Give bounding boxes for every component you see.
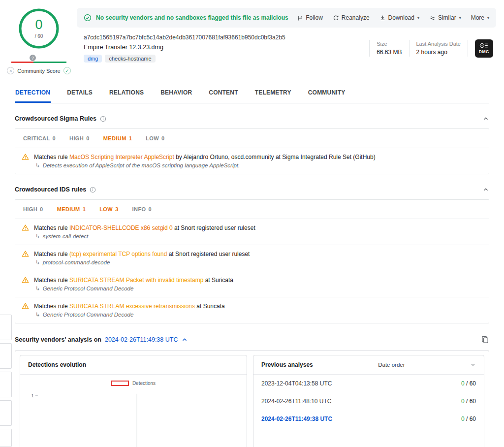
info-icon[interactable] bbox=[90, 187, 96, 193]
file-hash[interactable]: a7cdc1565197a7bc7bfc5c14ab2de4db36170076… bbox=[84, 34, 369, 41]
chevron-up-icon bbox=[482, 186, 489, 193]
sigma-low-filter[interactable]: LOW0 bbox=[146, 135, 164, 141]
reanalyze-button[interactable]: Reanalyze bbox=[333, 14, 370, 21]
ids-rule-row: Matches rule SURICATA STREAM Packet with… bbox=[15, 271, 489, 297]
file-tags: dmg checks-hostname bbox=[84, 55, 369, 63]
file-type-icon: DMG bbox=[475, 39, 493, 58]
tab-detection[interactable]: DETECTION bbox=[15, 84, 51, 103]
ids-severity-filter: HIGH0 MEDIUM1 LOW3 INFO0 bbox=[15, 200, 489, 219]
branch-arrow-icon: ↳ bbox=[35, 312, 40, 318]
sigma-section-header: Crowdsourced Sigma Rules bbox=[15, 115, 489, 122]
rule-text: Matches rule (tcp) experimental TCP opti… bbox=[34, 250, 250, 258]
rule-link[interactable]: SURICATA STREAM excessive retransmission… bbox=[69, 303, 195, 310]
file-name: Empire Transfer 12.3.23.dmg bbox=[84, 44, 369, 51]
previous-analysis-row[interactable]: 2023-12-04T04:13:58 UTC 0 / 60 bbox=[253, 375, 484, 392]
warning-icon bbox=[22, 250, 29, 266]
sigma-medium-filter[interactable]: MEDIUM1 bbox=[103, 135, 132, 141]
vendors-collapse-button[interactable] bbox=[181, 336, 188, 343]
size-value: 66.63 MB bbox=[377, 49, 402, 56]
ids-rule-row: Matches rule SURICATA STREAM excessive r… bbox=[15, 297, 489, 323]
more-button[interactable]: More ▾ bbox=[471, 14, 489, 21]
tag-dmg[interactable]: dmg bbox=[84, 55, 102, 63]
tab-content[interactable]: CONTENT bbox=[208, 84, 238, 103]
legend-swatch bbox=[111, 381, 129, 386]
chevron-down-icon: ▾ bbox=[417, 16, 419, 20]
disk-image-icon bbox=[479, 43, 489, 48]
rule-link[interactable]: MacOS Scripting Interpreter AppleScript bbox=[69, 154, 174, 160]
vote-up-icon[interactable]: ✓ bbox=[63, 67, 71, 74]
branch-arrow-icon: ↳ bbox=[35, 162, 40, 168]
sigma-critical-filter[interactable]: CRITICAL0 bbox=[23, 135, 56, 141]
last-analysis-value: 2 hours ago bbox=[416, 49, 461, 56]
date-order-select[interactable]: Date order bbox=[378, 362, 405, 368]
action-toolbar: Follow Reanalyze Download ▾ Similar bbox=[297, 14, 489, 21]
virustotal-file-report: 0 / 60 ? × Community Score ✓ No securit bbox=[0, 0, 504, 447]
sigma-severity-filter: CRITICAL0 HIGH0 MEDIUM1 LOW0 bbox=[15, 129, 489, 148]
ids-section-header: Crowdsourced IDS rules bbox=[15, 186, 489, 193]
download-icon bbox=[379, 15, 386, 21]
similar-button[interactable]: Similar ▾ bbox=[429, 14, 461, 21]
date-order-chevron[interactable] bbox=[470, 362, 476, 368]
sigma-high-filter[interactable]: HIGH0 bbox=[69, 135, 90, 141]
download-button[interactable]: Download ▾ bbox=[379, 14, 419, 21]
rule-detail: ↳Generic Protocol Command Decode bbox=[34, 311, 225, 318]
rule-link[interactable]: INDICATOR-SHELLCODE x86 setgid 0 bbox=[69, 224, 173, 231]
ids-rule-row: Matches rule (tcp) experimental TCP opti… bbox=[15, 245, 489, 271]
clipped-row-fragment bbox=[0, 343, 12, 369]
chevron-down-icon bbox=[470, 362, 476, 368]
flag-icon bbox=[297, 15, 303, 21]
detection-count: 0 bbox=[35, 18, 42, 32]
ids-high-filter[interactable]: HIGH0 bbox=[23, 206, 43, 212]
warning-icon bbox=[22, 302, 29, 318]
analysis-date: 2023-12-04T04:13:58 UTC bbox=[261, 380, 461, 387]
ids-collapse-button[interactable] bbox=[482, 186, 489, 193]
refresh-icon bbox=[333, 15, 339, 21]
gauge-positive-segment bbox=[33, 62, 66, 63]
rule-text: Matches rule INDICATOR-SHELLCODE x86 set… bbox=[34, 224, 255, 232]
chevron-down-icon: ▾ bbox=[459, 16, 461, 20]
file-meta: Size 66.63 MB Last Analysis Date 2 hours… bbox=[369, 39, 493, 58]
copy-button[interactable] bbox=[481, 335, 489, 344]
vote-down-icon[interactable]: × bbox=[7, 67, 14, 74]
tab-telemetry[interactable]: TELEMETRY bbox=[254, 84, 292, 103]
detections-evolution-chart: Detections 1 0 2023-12-04 2024-02-26 bbox=[20, 375, 247, 447]
vendors-title: Security vendors' analysis on bbox=[15, 336, 101, 343]
tab-details[interactable]: DETAILS bbox=[66, 84, 93, 103]
follow-button[interactable]: Follow bbox=[297, 14, 323, 21]
community-score-gauge: ? bbox=[11, 55, 66, 64]
rule-detail: ↳Detects execution of AppleScript of the… bbox=[34, 162, 376, 169]
report-tabs: DETECTION DETAILS RELATIONS BEHAVIOR CON… bbox=[15, 84, 489, 103]
rule-link[interactable]: (tcp) experimental TCP options found bbox=[69, 251, 167, 257]
detection-denominator: / 60 bbox=[35, 33, 43, 39]
file-size-block: Size 66.63 MB bbox=[377, 41, 402, 56]
file-type-label: DMG bbox=[479, 49, 489, 54]
tab-behavior[interactable]: BEHAVIOR bbox=[160, 84, 192, 103]
tab-relations[interactable]: RELATIONS bbox=[109, 84, 144, 103]
rule-text: Matches rule SURICATA STREAM Packet with… bbox=[34, 276, 233, 285]
rule-link[interactable]: SURICATA STREAM Packet with invalid time… bbox=[69, 277, 203, 284]
rule-detail: ↳protocol-command-decode bbox=[34, 259, 250, 266]
ids-low-filter[interactable]: LOW3 bbox=[99, 206, 118, 212]
file-header: 0 / 60 ? × Community Score ✓ No securit bbox=[0, 0, 504, 74]
ids-info-filter[interactable]: INFO0 bbox=[132, 206, 152, 212]
sigma-collapse-button[interactable] bbox=[482, 115, 489, 122]
chevron-up-icon bbox=[181, 336, 188, 343]
previous-analyses-card: Previous analyses Date order 2023-12-04T… bbox=[253, 355, 484, 447]
analysis-overview: Detections evolution Detections 1 0 bbox=[15, 350, 489, 447]
score-column: 0 / 60 ? × Community Score ✓ bbox=[10, 8, 68, 74]
size-label: Size bbox=[377, 41, 402, 47]
previous-analysis-row[interactable]: 2024-02-26T11:48:10 UTC 0 / 60 bbox=[253, 392, 484, 410]
analysis-score: 0 / 60 bbox=[461, 380, 476, 387]
previous-analysis-row-selected[interactable]: 2024-02-26T11:49:38 UTC 0 / 60 bbox=[253, 410, 484, 428]
branch-arrow-icon: ↳ bbox=[35, 286, 40, 291]
chevron-down-icon: ▾ bbox=[487, 16, 489, 20]
info-icon[interactable] bbox=[100, 116, 106, 122]
tag-checks-hostname[interactable]: checks-hostname bbox=[105, 55, 155, 63]
svg-text:1: 1 bbox=[31, 393, 34, 398]
analysis-score: 0 / 60 bbox=[461, 415, 476, 422]
vendors-section-header: Security vendors' analysis on 2024-02-26… bbox=[15, 335, 489, 344]
ids-medium-filter[interactable]: MEDIUM1 bbox=[57, 206, 86, 212]
analysis-date-link[interactable]: 2024-02-26T11:49:38 UTC bbox=[105, 336, 178, 343]
tab-community[interactable]: COMMUNITY bbox=[308, 84, 346, 103]
chevron-up-icon bbox=[482, 115, 489, 122]
